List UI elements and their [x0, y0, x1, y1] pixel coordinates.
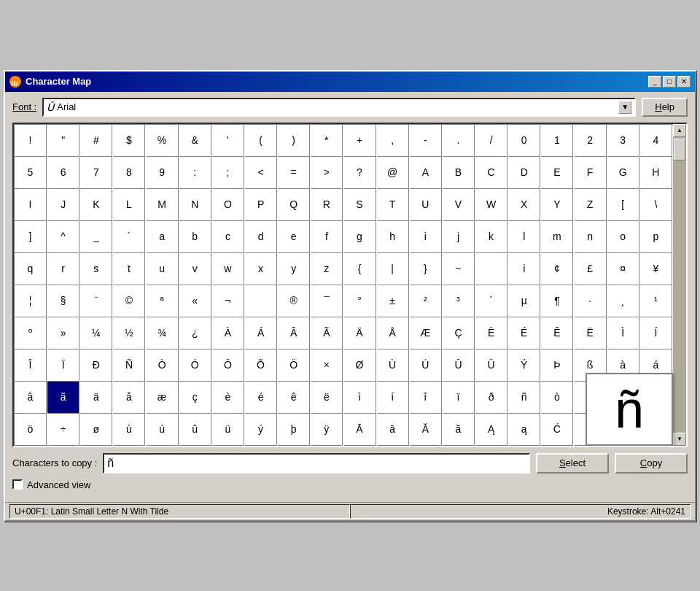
char-cell[interactable]: Ü: [475, 349, 508, 382]
char-cell[interactable]: Ã: [311, 317, 343, 349]
char-cell[interactable]: 0: [508, 125, 540, 157]
char-cell[interactable]: c: [212, 221, 244, 253]
char-cell[interactable]: *: [311, 125, 343, 157]
char-cell[interactable]: M: [147, 189, 179, 221]
char-cell[interactable]: I: [15, 189, 47, 221]
vertical-scrollbar[interactable]: ▲ ▼: [673, 124, 686, 446]
char-cell[interactable]: {: [344, 253, 376, 285]
char-cell[interactable]: g: [344, 221, 376, 253]
char-cell[interactable]: î: [410, 382, 442, 414]
char-cell[interactable]: Ú: [410, 349, 442, 382]
char-cell[interactable]: n: [575, 221, 607, 253]
char-cell[interactable]: Ï: [47, 349, 79, 382]
font-select-wrapper[interactable]: Ǔ Arial ▼: [42, 98, 636, 117]
char-cell[interactable]: Ø: [344, 349, 376, 382]
char-cell[interactable]: Ö: [278, 349, 310, 382]
scroll-up-button[interactable]: ▲: [673, 124, 686, 137]
chars-to-copy-input[interactable]: [103, 453, 530, 474]
char-cell[interactable]: Å: [377, 317, 409, 349]
char-cell[interactable]: #: [80, 125, 112, 157]
char-cell[interactable]: Ô: [212, 349, 244, 382]
char-cell[interactable]: b: [179, 221, 211, 253]
char-cell[interactable]: Ê: [541, 317, 573, 349]
char-cell[interactable]: 6: [47, 157, 79, 189]
char-cell[interactable]: .: [443, 125, 475, 157]
char-cell[interactable]: Q: [278, 189, 310, 221]
char-cell[interactable]: æ: [147, 382, 179, 414]
scroll-down-button[interactable]: ▼: [673, 433, 686, 446]
char-cell[interactable]: P: [245, 189, 277, 221]
char-cell[interactable]: G: [607, 157, 639, 189]
scroll-thumb[interactable]: [674, 139, 685, 161]
char-cell[interactable]: Ð: [80, 349, 112, 382]
char-cell[interactable]: e: [278, 221, 310, 253]
char-cell[interactable]: ±: [377, 285, 409, 317]
char-cell[interactable]: ç: [179, 382, 211, 414]
char-cell[interactable]: U: [410, 189, 442, 221]
char-cell[interactable]: }: [410, 253, 442, 285]
char-cell[interactable]: ą: [508, 414, 540, 446]
char-cell[interactable]: H: [640, 157, 672, 189]
char-cell[interactable]: ü: [212, 414, 244, 446]
char-cell[interactable]: B: [443, 157, 475, 189]
char-cell[interactable]: D: [508, 157, 540, 189]
char-cell[interactable]: 7: [80, 157, 112, 189]
char-cell[interactable]: 1: [541, 125, 573, 157]
char-cell[interactable]: -: [410, 125, 442, 157]
char-cell[interactable]: w: [212, 253, 244, 285]
char-cell[interactable]: Ñ: [113, 349, 145, 382]
char-cell[interactable]: Ë: [575, 317, 607, 349]
char-cell[interactable]: Ì: [607, 317, 639, 349]
char-cell[interactable]: 9: [147, 157, 179, 189]
char-cell[interactable]: T: [377, 189, 409, 221]
char-cell[interactable]: ®: [278, 285, 310, 317]
char-cell[interactable]: f: [311, 221, 343, 253]
char-cell[interactable]: ¾: [147, 317, 179, 349]
char-cell[interactable]: q: [15, 253, 47, 285]
char-cell[interactable]: ð: [475, 382, 508, 414]
char-cell[interactable]: ÷: [47, 414, 79, 446]
char-cell[interactable]: ª: [147, 285, 179, 317]
char-cell[interactable]: ): [278, 125, 310, 157]
char-cell[interactable]: Õ: [245, 349, 277, 382]
char-cell[interactable]: Z: [575, 189, 607, 221]
char-cell[interactable]: N: [179, 189, 211, 221]
char-cell[interactable]: ²: [410, 285, 442, 317]
char-cell[interactable]: ¤: [607, 253, 639, 285]
char-cell[interactable]: J: [47, 189, 79, 221]
char-cell[interactable]: ;: [212, 157, 244, 189]
char-cell[interactable]: ë: [311, 382, 343, 414]
char-cell[interactable]: =: [278, 157, 310, 189]
char-cell[interactable]: 4: [640, 125, 672, 157]
char-cell[interactable]: ¼: [80, 317, 112, 349]
char-cell[interactable]: x: [245, 253, 277, 285]
char-cell[interactable]: ": [47, 125, 79, 157]
char-cell[interactable]: ¶: [541, 285, 573, 317]
char-cell[interactable]: _: [80, 221, 112, 253]
advanced-view-checkbox[interactable]: [12, 479, 23, 490]
char-cell[interactable]: s: [80, 253, 112, 285]
char-cell[interactable]: (: [245, 125, 277, 157]
char-cell[interactable]: j: [443, 221, 475, 253]
char-cell[interactable]: ý: [245, 414, 277, 446]
char-cell[interactable]: þ: [278, 414, 310, 446]
char-cell[interactable]: Û: [443, 349, 475, 382]
char-cell[interactable]: »: [47, 317, 79, 349]
char-cell[interactable]: d: [245, 221, 277, 253]
char-cell[interactable]: >: [311, 157, 343, 189]
char-cell[interactable]: ï: [443, 382, 475, 414]
char-cell[interactable]: ¥: [640, 253, 672, 285]
char-cell[interactable]: +: [344, 125, 376, 157]
char-cell[interactable]: É: [508, 317, 540, 349]
char-cell[interactable]: Æ: [410, 317, 442, 349]
select-button[interactable]: Select: [536, 453, 609, 474]
char-cell[interactable]: a: [147, 221, 179, 253]
char-cell[interactable]: Ý: [508, 349, 540, 382]
char-cell[interactable]: F: [575, 157, 607, 189]
char-cell[interactable]: l: [508, 221, 540, 253]
char-cell[interactable]: !: [15, 125, 47, 157]
char-cell[interactable]: ¨: [80, 285, 112, 317]
char-cell[interactable]: ì: [344, 382, 376, 414]
char-cell[interactable]: °: [344, 285, 376, 317]
char-cell[interactable]: K: [80, 189, 112, 221]
